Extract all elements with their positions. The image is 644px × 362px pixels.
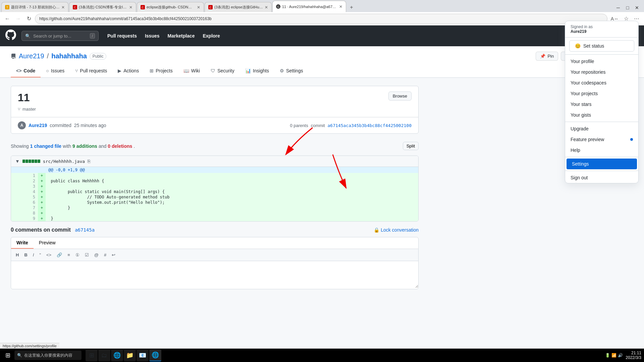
copy-path-btn[interactable]: ⎘ (88, 159, 90, 164)
tab3-close[interactable]: ✕ (197, 5, 200, 10)
tab1-close[interactable]: ✕ (61, 5, 65, 10)
tab2-close[interactable]: ✕ (129, 5, 132, 10)
repo-name-link[interactable]: hahahhaha (51, 52, 87, 60)
browser-tab-2[interactable]: C (3条消息) CSDN博客-专业IT技术... ✕ (69, 2, 136, 12)
comments-count-text: 0 comments on commit a67145a (11, 227, 95, 233)
browser-tab-4[interactable]: C (3条消息) eclipse连接GitHub_pa... ✕ (205, 2, 272, 12)
repo-nav-projects[interactable]: ⊞ Projects (144, 65, 178, 77)
browser-tab-3[interactable]: C eclipse连接github- CSDN搜索 ✕ (137, 2, 204, 12)
repo-nav-pullrequests[interactable]: ⑂ Pull requests (70, 65, 112, 77)
diff-line-2: 2 + public class Hehhhhh { (11, 178, 418, 184)
line-new-7: 7 (24, 205, 38, 210)
dropdown-item-stars[interactable]: Your stars (565, 99, 638, 110)
dropdown-item-settings[interactable]: Settings (567, 159, 637, 169)
commit-author-row: A Aure219 committed 25 minutes ago 0 par… (11, 117, 418, 133)
dropdown-divider-2 (565, 122, 638, 122)
task-list-btn[interactable]: ☑ (83, 252, 91, 258)
line-new-2: 2 (24, 178, 38, 184)
file-expand-btn[interactable]: ▼ (15, 159, 20, 164)
status-url-bar: https://github.com/settings/profile (0, 343, 59, 349)
tab4-close[interactable]: ✕ (265, 5, 268, 10)
line-new-3: 3 (24, 184, 38, 189)
minimize-btn[interactable]: ─ (614, 3, 623, 12)
nav-pull-requests[interactable]: Pull requests (104, 31, 140, 41)
back-button[interactable]: ← (3, 14, 12, 23)
forward-button[interactable]: → (13, 14, 23, 23)
dropdown-item-codespaces[interactable]: Your codespaces (565, 77, 638, 88)
dropdown-item-upgrade[interactable]: Upgrade (565, 123, 638, 134)
dropdown-item-signout[interactable]: Sign out (565, 172, 638, 183)
write-tab[interactable]: Write (11, 237, 34, 249)
repo-nav-settings[interactable]: ⚙ Settings (274, 65, 309, 77)
repo-owner-link[interactable]: Aure219 (19, 52, 44, 60)
image-btn[interactable]: ↩ (110, 252, 117, 258)
search-icon: 🔍 (25, 34, 31, 39)
repo-nav-code[interactable]: <> Code (11, 65, 41, 77)
github-main-nav: Pull requests Issues Marketplace Explore (104, 31, 223, 41)
dropdown-item-projects[interactable]: Your projects (565, 88, 638, 99)
deletions-count: 0 deletions (108, 143, 132, 149)
commit-branch-row: ⑂ master (18, 107, 36, 112)
github-logo[interactable] (5, 29, 16, 43)
github-page: 🔍 Search or jump to... / Pull requests I… (0, 25, 644, 349)
dropdown-item-help[interactable]: Help (565, 145, 638, 156)
nav-explore[interactable]: Explore (199, 31, 223, 41)
code-btn[interactable]: <> (44, 252, 53, 258)
commit-author-avatar: A (18, 121, 26, 129)
tab5-close[interactable]: ✕ (339, 4, 342, 9)
line-marker-5: + (38, 194, 46, 200)
tab4-favicon: C (208, 5, 213, 9)
repo-nav-security[interactable]: 🛡 Security (205, 65, 240, 77)
bold-btn[interactable]: B (22, 252, 29, 258)
github-search[interactable]: 🔍 Search or jump to... / (21, 31, 99, 41)
browser-tab-5[interactable]: G 11 · Aure219/hahahhaha@a671... ✕ (272, 1, 346, 12)
line-new-4: 4 (24, 189, 38, 194)
split-btn[interactable]: Split (403, 142, 419, 150)
commit-author-name[interactable]: Aure219 (29, 123, 47, 128)
repo-nav-insights[interactable]: 📊 Insights (240, 65, 274, 77)
mention-btn[interactable]: @ (92, 252, 101, 258)
dropdown-item-feature-preview[interactable]: Feature preview (565, 134, 638, 145)
preview-tab[interactable]: Preview (34, 237, 61, 249)
issues-icon: ○ (46, 68, 49, 73)
line-marker-2: + (38, 178, 46, 184)
set-status-btn[interactable]: 😊 Set status (569, 40, 634, 52)
comment-textarea[interactable] (11, 261, 418, 288)
reference-btn[interactable]: # (102, 252, 108, 258)
dropdown-item-profile[interactable]: Your profile (565, 56, 638, 67)
line-content-1 (46, 173, 418, 178)
link-btn[interactable]: 🔗 (55, 252, 64, 258)
repo-nav-wiki[interactable]: 📖 Wiki (178, 65, 205, 77)
changed-files-link[interactable]: 1 changed file (30, 143, 61, 149)
search-kbd-badge: / (90, 33, 95, 39)
italic-btn[interactable]: I (31, 252, 36, 258)
dropdown-item-gists[interactable]: Your gists (565, 110, 638, 120)
line-old-9 (11, 216, 24, 221)
browse-files-btn[interactable]: Browse (388, 92, 412, 101)
heading-btn[interactable]: H (14, 252, 21, 258)
dropdown-item-repositories[interactable]: Your repositories (565, 67, 638, 77)
tab2-title: (3条消息) CSDN博客-专业IT技术... (79, 5, 127, 10)
commit-hash-link[interactable]: a67145aca345b3b4bc88cf4425002100 (328, 123, 412, 128)
line-marker-6: + (38, 200, 46, 205)
pin-btn[interactable]: 📌 Pin (536, 52, 558, 61)
address-box[interactable]: https://github.com/Aure219/hahahhaha/com… (35, 14, 607, 24)
maximize-btn[interactable]: □ (623, 3, 632, 12)
nav-issues[interactable]: Issues (142, 31, 163, 41)
commit-label: commit (311, 123, 325, 128)
reload-button[interactable]: ↻ (24, 14, 34, 23)
pr-icon: ⑂ (75, 68, 78, 73)
dropdown-divider-4 (565, 171, 638, 171)
new-tab-button[interactable]: + (347, 3, 356, 12)
repo-nav-issues[interactable]: ○ Issues (41, 65, 70, 77)
repo-nav-actions[interactable]: ▶ Actions (112, 65, 144, 77)
lock-conversation-btn[interactable]: 🔒 Lock conversation (374, 227, 419, 233)
browser-tab-1[interactable]: T 题目详情 - 7-13 那就别担心了 < ✕ (1, 2, 68, 12)
quote-btn[interactable]: " (37, 252, 43, 258)
line-old-5 (11, 194, 24, 200)
nav-marketplace[interactable]: Marketplace (164, 31, 198, 41)
commit-short-hash[interactable]: a67145a (75, 227, 95, 233)
bullet-list-btn[interactable]: ≡ (65, 252, 72, 258)
close-btn[interactable]: ✕ (633, 3, 641, 12)
numbered-list-btn[interactable]: ① (73, 252, 82, 258)
